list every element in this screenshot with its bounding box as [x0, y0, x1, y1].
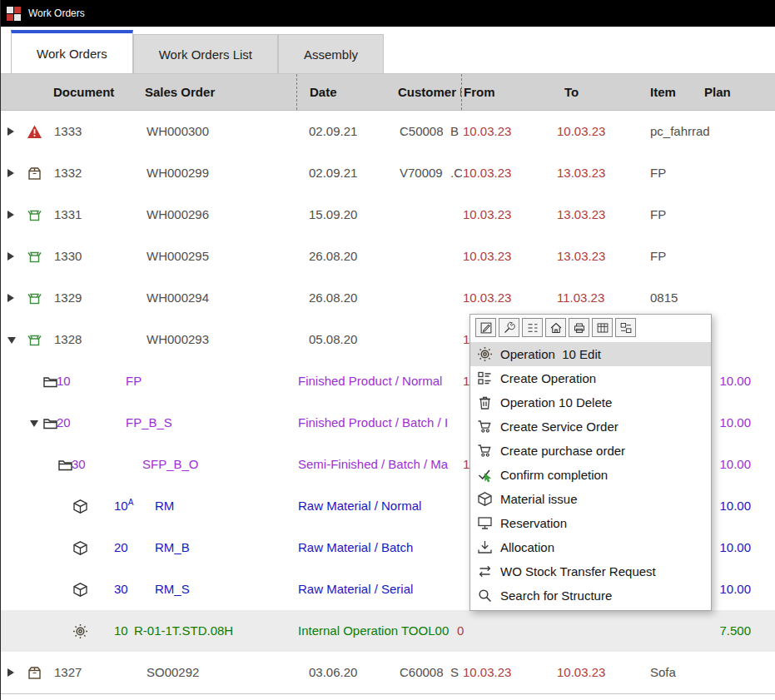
description-cell: Raw Material / Batch: [298, 527, 413, 568]
table-row[interactable]: 1331 WH000296 15.09.20 10.03.23 13.03.23…: [1, 194, 775, 236]
context-menu-items: Operation 10 Edit Create Operation Opera…: [470, 340, 711, 610]
expand-toggle[interactable]: [7, 211, 14, 219]
table-toolbar-button[interactable]: [592, 318, 613, 337]
row-number-cell: 10A: [114, 485, 133, 527]
expand-toggle[interactable]: [7, 294, 14, 302]
table-row[interactable]: 1332 WH000299 02.09.21 V70009 .C 10.03.2…: [1, 152, 775, 194]
menu-item-create-purchase-order[interactable]: Create purchase order: [470, 439, 711, 463]
date-cell: 26.08.20: [309, 236, 357, 277]
document-cell: 1327: [54, 652, 82, 693]
item-code-cell: R-01-1T.STD.08H: [134, 610, 233, 652]
menu-item-label: Allocation: [500, 540, 554, 554]
trash-icon: [477, 395, 493, 410]
expand-toggle[interactable]: [7, 252, 14, 261]
sales-order-cell: WH000299: [147, 152, 209, 194]
menu-item-wo-stock-transfer-request[interactable]: WO Stock Transfer Request: [470, 559, 711, 583]
box-open-icon: [27, 249, 42, 265]
menu-item-operation-10-delete[interactable]: Operation 10 Delete: [470, 390, 711, 415]
customer-cell: C50008: [400, 111, 444, 152]
tab-assembly[interactable]: Assembly: [278, 34, 384, 73]
table-row[interactable]: 10 R-01-1T.STD.08H Internal Operation TO…: [1, 610, 775, 652]
from-date-cell: 10.03.23: [463, 111, 511, 152]
column-header-to[interactable]: To: [564, 74, 579, 110]
home-toolbar-button[interactable]: [545, 318, 566, 337]
menu-item-search-for-structure[interactable]: Search for Structure: [470, 583, 711, 608]
item-code-cell: RM_S: [155, 568, 190, 610]
box-closed-icon: [27, 166, 42, 181]
menu-item-create-operation[interactable]: Create Operation: [470, 366, 711, 390]
menu-item-operation-10-edit[interactable]: Operation 10 Edit: [470, 342, 711, 366]
sales-order-cell: WH000295: [147, 236, 209, 277]
tab-work-orders[interactable]: Work Orders: [11, 30, 133, 73]
document-cell: 1331: [54, 194, 82, 236]
wrench-toolbar-button[interactable]: [499, 318, 519, 337]
from-date-cell: 10.03.23: [463, 236, 511, 277]
print-toolbar-button[interactable]: [569, 318, 589, 337]
from-date-cell: 10.03.23: [463, 652, 511, 693]
item-code-cell: FP: [126, 360, 142, 402]
expand-toggle[interactable]: [7, 169, 14, 177]
table-row[interactable]: 1333 WH000300 02.09.21 C50008 B 10.03.23…: [1, 111, 775, 152]
column-header-from[interactable]: From: [464, 74, 495, 110]
item-code-cell: RM: [155, 485, 174, 527]
table-row[interactable]: 1330 WH000295 26.08.20 10.03.23 13.03.23…: [1, 236, 775, 277]
description-cell: Finished Product / Normal: [298, 360, 442, 402]
from-date-cell: 10.03.23: [463, 277, 511, 319]
list-toolbar-button[interactable]: [522, 318, 543, 337]
box-open-icon: [27, 332, 42, 348]
customer-cell: V70009: [400, 152, 443, 194]
column-header-item[interactable]: Item: [650, 74, 676, 110]
customer-cell: C60008: [400, 652, 444, 693]
context-menu: Operation 10 Edit Create Operation Opera…: [469, 314, 712, 611]
column-header-date[interactable]: Date: [310, 74, 337, 110]
expand-toggle[interactable]: [7, 337, 16, 344]
date-cell: 02.09.21: [309, 111, 357, 152]
column-divider: [296, 74, 297, 110]
menu-item-create-service-order[interactable]: Create Service Order: [470, 415, 711, 439]
item-code-cell: RM_B: [155, 527, 190, 568]
quantity-cell: 10.00: [719, 568, 751, 610]
to-date-cell: 13.03.23: [557, 152, 605, 194]
column-header-sales-order[interactable]: Sales Order: [145, 74, 215, 110]
row-number-cell: 20: [57, 402, 71, 444]
menu-item-label: Search for Structure: [500, 588, 612, 603]
item-cell: pc_fahrrad: [650, 111, 710, 152]
confirm-icon: [477, 467, 493, 483]
item-cell: FP: [650, 152, 666, 194]
expand-toggle[interactable]: [7, 127, 14, 136]
quantity-cell: 10.00: [719, 485, 751, 527]
table-row[interactable]: 1329 WH000294 26.08.20 10.03.23 11.03.23…: [1, 277, 775, 319]
item-cell: FP: [650, 194, 666, 236]
menu-item-label: Create Service Order: [500, 420, 619, 434]
box3d-icon: [72, 582, 88, 598]
expand-toggle[interactable]: [7, 668, 14, 677]
quantity-cell: 10.00: [719, 402, 751, 444]
box-open-icon: [27, 207, 42, 223]
column-header-document[interactable]: Document: [53, 74, 114, 110]
sales-order-cell: WH000296: [147, 194, 209, 236]
row-number-cell: 10: [57, 360, 71, 402]
menu-item-material-issue[interactable]: Material issue: [470, 487, 711, 511]
menu-item-allocation[interactable]: Allocation: [470, 535, 711, 559]
column-header-customer-name[interactable]: Customer Name: [398, 74, 461, 110]
document-cell: 1330: [54, 236, 82, 277]
description-cell: Semi-Finished / Batch / Ma: [298, 444, 448, 485]
item-cell: FP: [650, 236, 666, 277]
menu-item-confirm-completion[interactable]: Confirm completion: [470, 463, 711, 487]
table-row[interactable]: 1327 SO00292 03.06.20 C60008 S 10.03.23 …: [1, 652, 775, 693]
edit-toolbar-button[interactable]: [475, 318, 496, 337]
tab-work-orders-list[interactable]: Work Orders List: [133, 34, 278, 73]
search-icon: [477, 588, 493, 603]
description-cell: Raw Material / Serial: [298, 568, 413, 610]
expand-toggle[interactable]: [30, 420, 38, 427]
row-number-cell: 20: [114, 527, 128, 568]
menu-item-reservation[interactable]: Reservation: [470, 511, 711, 535]
tab-bar: Work Orders Work Orders List Assembly: [1, 27, 775, 73]
column-header-plan[interactable]: Plan: [704, 74, 731, 110]
warning-icon: [27, 124, 42, 140]
menu-item-label: Material issue: [500, 492, 578, 506]
menu-item-label: Operation 10 Edit: [500, 347, 601, 361]
layout-toolbar-button[interactable]: [615, 318, 636, 337]
item-cell: 0815: [650, 277, 678, 319]
menu-item-label: Confirm completion: [500, 468, 608, 482]
